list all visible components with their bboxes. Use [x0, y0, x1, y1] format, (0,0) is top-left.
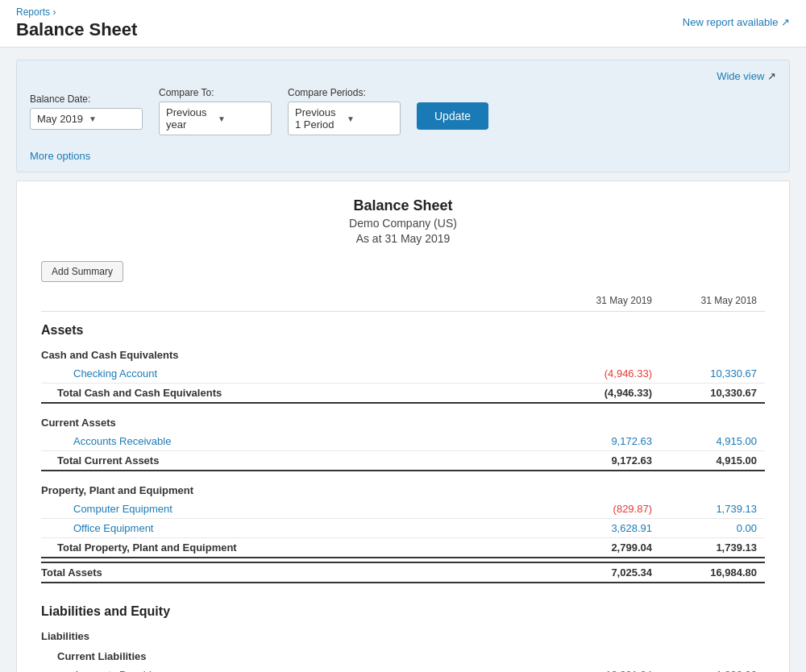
total-ppe-val1: 2,799.04: [555, 541, 660, 554]
checking-account-link[interactable]: Checking Account: [73, 367, 157, 380]
current-liabilities-subsection: Current Liabilities: [57, 645, 765, 666]
row-val-1: 10,291.84: [555, 669, 660, 672]
compare-periods-select[interactable]: Previous 1 Period ▼: [288, 102, 401, 135]
row-val-1: (829.87): [555, 503, 660, 515]
breadcrumb[interactable]: Reports ›: [16, 6, 790, 18]
col-header-1: 31 May 2019: [555, 295, 660, 306]
row-val-1: 9,172.63: [555, 435, 660, 447]
total-cash-val1: (4,946.33): [555, 387, 660, 399]
filter-bar: Wide view ↗ Balance Date: May 2019 ▼ Com…: [16, 60, 790, 172]
total-assets-label: Total Assets: [41, 566, 555, 579]
row-val-2: 4,915.00: [660, 435, 765, 447]
accounts-receivable-link[interactable]: Accounts Receivable: [73, 435, 171, 447]
liabilities-title: Liabilities: [41, 624, 765, 645]
row-val-2: 1,900.00: [660, 669, 765, 672]
report-container: Balance Sheet Demo Company (US) As at 31…: [16, 180, 790, 672]
total-current-assets-row: Total Current Assets 9,172.63 4,915.00: [41, 451, 765, 471]
column-headers: 31 May 2019 31 May 2018: [41, 290, 765, 312]
table-row: Computer Equipment (829.87) 1,739.13: [41, 500, 765, 519]
breadcrumb-separator: ›: [52, 6, 56, 18]
compare-periods-group: Compare Periods: Previous 1 Period ▼: [288, 87, 401, 135]
row-label: Office Equipment: [41, 522, 555, 534]
table-row: Accounts Payable 10,291.84 1,900.00: [41, 666, 765, 672]
report-company: Demo Company (US): [41, 217, 765, 230]
row-val-2: 10,330.67: [660, 367, 765, 380]
new-report-link[interactable]: New report available: [683, 16, 790, 28]
balance-date-arrow: ▼: [89, 114, 135, 123]
report-as-at: As at 31 May 2019: [41, 232, 765, 245]
total-cash-val2: 10,330.67: [660, 387, 765, 399]
row-label: Computer Equipment: [41, 503, 555, 515]
row-val-2: 0.00: [660, 522, 765, 534]
col-header-2: 31 May 2018: [660, 295, 765, 306]
row-val-2: 1,739.13: [660, 503, 765, 515]
total-ppe-label: Total Property, Plant and Equipment: [41, 541, 555, 554]
total-ppe-row: Total Property, Plant and Equipment 2,79…: [41, 538, 765, 558]
liabilities-section-title: Liabilities and Equity: [41, 595, 765, 624]
total-assets-row: Total Assets 7,025.34 16,984.80: [41, 562, 765, 583]
more-options-link[interactable]: More options: [30, 150, 90, 162]
compare-periods-value: Previous 1 Period: [295, 106, 342, 131]
row-label: Accounts Receivable: [41, 435, 555, 447]
total-assets-val2: 16,984.80: [660, 566, 765, 579]
compare-to-arrow: ▼: [218, 114, 264, 123]
cash-subsection-title: Cash and Cash Equivalents: [41, 342, 765, 364]
update-button[interactable]: Update: [417, 102, 488, 130]
total-cash-label: Total Cash and Cash Equivalents: [41, 387, 555, 399]
breadcrumb-parent[interactable]: Reports: [16, 6, 50, 18]
accounts-payable-link[interactable]: Accounts Payable: [73, 669, 157, 672]
assets-section-title: Assets: [41, 313, 765, 342]
compare-to-label: Compare To:: [159, 87, 272, 98]
current-assets-subsection: Current Assets: [41, 410, 765, 432]
compare-to-value: Previous year: [166, 106, 213, 131]
total-ca-val2: 4,915.00: [660, 454, 765, 467]
table-row: Office Equipment 3,628.91 0.00: [41, 519, 765, 538]
total-assets-val1: 7,025.34: [555, 566, 660, 579]
balance-date-select[interactable]: May 2019 ▼: [30, 108, 143, 130]
compare-periods-label: Compare Periods:: [288, 87, 401, 98]
report-header: Balance Sheet Demo Company (US) As at 31…: [41, 197, 765, 245]
balance-date-value: May 2019: [37, 113, 84, 125]
table-row: Accounts Receivable 9,172.63 4,915.00: [41, 432, 765, 451]
ppe-subsection: Property, Plant and Equipment: [41, 478, 765, 500]
office-equipment-link[interactable]: Office Equipment: [73, 522, 153, 534]
compare-to-group: Compare To: Previous year ▼: [159, 87, 272, 135]
row-label: Checking Account: [41, 367, 555, 380]
add-summary-button[interactable]: Add Summary: [41, 261, 123, 282]
computer-equipment-link[interactable]: Computer Equipment: [73, 503, 172, 515]
balance-date-group: Balance Date: May 2019 ▼: [30, 93, 143, 130]
total-current-assets-label: Total Current Assets: [41, 454, 555, 467]
compare-to-select[interactable]: Previous year ▼: [159, 102, 272, 135]
page-title: Balance Sheet: [16, 19, 790, 40]
table-row: Checking Account (4,946.33) 10,330.67: [41, 364, 765, 384]
report-title: Balance Sheet: [41, 197, 765, 214]
total-ca-val1: 9,172.63: [555, 454, 660, 467]
wide-view-link[interactable]: Wide view: [717, 70, 764, 82]
total-ppe-val2: 1,739.13: [660, 541, 765, 554]
balance-date-label: Balance Date:: [30, 93, 143, 105]
row-label: Accounts Payable: [41, 669, 555, 672]
row-val-1: 3,628.91: [555, 522, 660, 534]
row-val-1: (4,946.33): [555, 367, 660, 380]
total-cash-row: Total Cash and Cash Equivalents (4,946.3…: [41, 384, 765, 404]
compare-periods-arrow: ▼: [347, 114, 393, 123]
